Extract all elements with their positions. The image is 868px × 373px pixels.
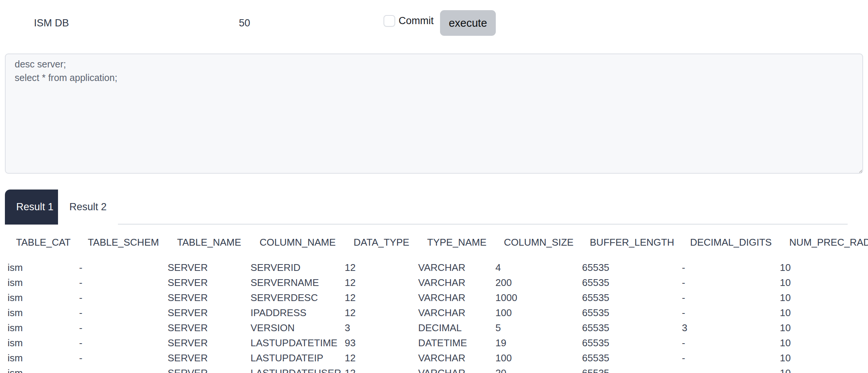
results-table-container: TABLE_CATTABLE_SCHEMTABLE_NAMECOLUMN_NAM… [0, 231, 868, 373]
cell: 65535 [575, 260, 674, 275]
execute-button[interactable]: execute [440, 10, 496, 36]
column-header: DATA_TYPE [337, 231, 411, 260]
header-row: TABLE_CATTABLE_SCHEMTABLE_NAMECOLUMN_NAM… [0, 231, 868, 260]
cell: - [72, 320, 160, 335]
cell: DATETIME [411, 335, 488, 350]
cell: - [674, 335, 772, 350]
cell: 12 [337, 350, 411, 365]
table-row: ism-SERVERLASTUPDATETIME93DATETIME196553… [0, 335, 868, 350]
cell: ism [0, 365, 72, 373]
cell: - [72, 350, 160, 365]
cell: SERVER [160, 305, 243, 320]
cell: ism [0, 275, 72, 290]
cell: - [674, 305, 772, 320]
cell: ism [0, 305, 72, 320]
cell: 65535 [575, 350, 674, 365]
cell: - [72, 335, 160, 350]
cell: DECIMAL [411, 320, 488, 335]
cell: 100 [488, 350, 575, 365]
cell: - [72, 365, 160, 373]
cell: ism [0, 335, 72, 350]
cell: SERVERDESC [243, 290, 337, 305]
cell: 12 [337, 260, 411, 275]
column-header: NUM_PREC_RADIX [772, 231, 868, 260]
cell: ism [0, 290, 72, 305]
cell: 10 [772, 335, 868, 350]
cell: SERVER [160, 275, 243, 290]
column-header: COLUMN_NAME [243, 231, 337, 260]
tabbar-divider [110, 224, 848, 225]
database-selector[interactable]: ISM DB [34, 17, 69, 29]
cell: SERVER [160, 260, 243, 275]
cell: ism [0, 320, 72, 335]
cell: VARCHAR [411, 365, 488, 373]
cell: 12 [337, 275, 411, 290]
cell: 12 [337, 365, 411, 373]
cell: - [674, 350, 772, 365]
cell: SERVERID [243, 260, 337, 275]
cell: 10 [772, 260, 868, 275]
cell: 65535 [575, 275, 674, 290]
table-row: ism-SERVERSERVERDESC12VARCHAR100065535-1… [0, 290, 868, 305]
column-header: TABLE_CAT [0, 231, 72, 260]
cell: 65535 [575, 335, 674, 350]
cell: - [72, 275, 160, 290]
table-row: ism-SERVERLASTUPDATEUSER12VARCHAR2065535… [0, 365, 868, 373]
commit-control: Commit [384, 15, 434, 27]
column-header: DECIMAL_DIGITS [674, 231, 772, 260]
cell: 200 [488, 275, 575, 290]
table-row: ism-SERVERIPADDRESS12VARCHAR10065535-10 [0, 305, 868, 320]
cell: 10 [772, 320, 868, 335]
column-header: TYPE_NAME [411, 231, 488, 260]
cell: 20 [488, 365, 575, 373]
cell: SERVER [160, 290, 243, 305]
cell: 10 [772, 305, 868, 320]
cell: 3 [337, 320, 411, 335]
cell: SERVERNAME [243, 275, 337, 290]
commit-checkbox-label[interactable]: Commit [399, 15, 434, 27]
cell: 1000 [488, 290, 575, 305]
cell: VARCHAR [411, 305, 488, 320]
cell: VARCHAR [411, 350, 488, 365]
cell: - [72, 305, 160, 320]
result-tabbar: Result 1 Result 2 [0, 190, 868, 225]
cell: 10 [772, 275, 868, 290]
cell: SERVER [160, 365, 243, 373]
column-header: BUFFER_LENGTH [575, 231, 674, 260]
cell: VARCHAR [411, 290, 488, 305]
cell: 12 [337, 290, 411, 305]
cell: - [72, 290, 160, 305]
table-row: ism-SERVERVERSION3DECIMAL565535310 [0, 320, 868, 335]
column-header: TABLE_SCHEM [72, 231, 160, 260]
tab-result-1[interactable]: Result 1 [5, 190, 65, 225]
cell: - [674, 365, 772, 373]
cell: VERSION [243, 320, 337, 335]
commit-checkbox[interactable] [384, 15, 395, 27]
cell: VARCHAR [411, 260, 488, 275]
cell: ism [0, 260, 72, 275]
cell: - [674, 275, 772, 290]
cell: - [72, 260, 160, 275]
cell: VARCHAR [411, 275, 488, 290]
cell: 65535 [575, 290, 674, 305]
cell: SERVER [160, 350, 243, 365]
cell: 65535 [575, 305, 674, 320]
cell: IPADDRESS [243, 305, 337, 320]
tab-result-2[interactable]: Result 2 [58, 190, 118, 225]
row-limit-input[interactable]: 50 [239, 17, 269, 29]
toolbar: ISM DB 50 Commit execute [0, 0, 868, 46]
cell: SERVER [160, 320, 243, 335]
cell: SERVER [160, 335, 243, 350]
sql-editor-textarea[interactable]: desc server; select * from application; [5, 54, 863, 174]
cell: 65535 [575, 365, 674, 373]
cell: 65535 [575, 320, 674, 335]
results-table: TABLE_CATTABLE_SCHEMTABLE_NAMECOLUMN_NAM… [0, 231, 868, 373]
cell: ism [0, 350, 72, 365]
cell: 93 [337, 335, 411, 350]
cell: 12 [337, 305, 411, 320]
cell: - [674, 260, 772, 275]
table-row: ism-SERVERSERVERID12VARCHAR465535-10 [0, 260, 868, 275]
cell: 10 [772, 350, 868, 365]
cell: 10 [772, 290, 868, 305]
cell: LASTUPDATETIME [243, 335, 337, 350]
